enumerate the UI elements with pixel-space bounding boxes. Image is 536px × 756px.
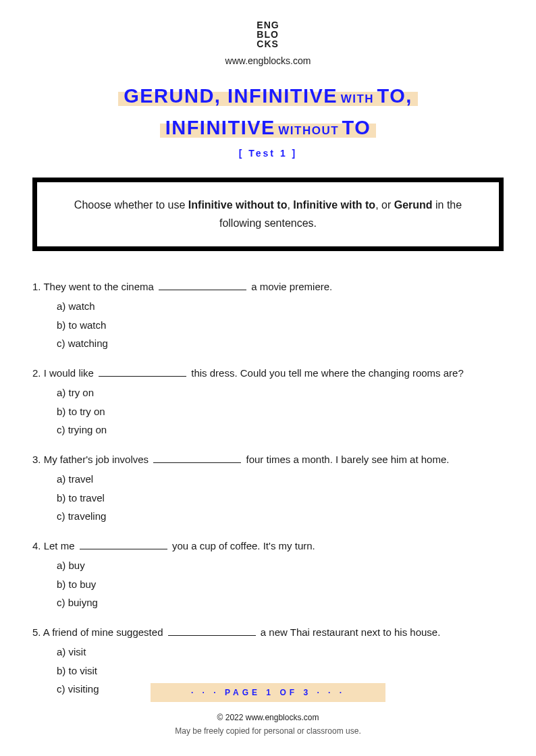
title-line-1: GERUND, INFINITIVE WITH TO, [118,82,418,110]
question-before: A friend of mine suggested [43,626,166,638]
question-after: a movie premiere. [248,281,332,292]
option-a: a) visit [57,643,504,661]
options: a) travel b) to travel c) traveling [32,470,504,525]
options: a) try on b) to try on c) trying on [32,384,504,439]
question-number: 4. [32,540,41,551]
title-line-2: INFINITIVE WITHOUT TO [160,114,377,142]
blank-line [159,280,246,290]
question-before: I would like [44,367,97,379]
question-before: My father's job involves [44,454,152,465]
title-block: GERUND, INFINITIVE WITH TO, INFINITIVE W… [32,82,504,159]
logo-line-2: BLO [257,30,279,39]
options: a) watch b) to watch c) watching [32,298,504,352]
instruction-bold-2: Infinitive with to [293,199,375,211]
option-c: c) watching [57,335,504,352]
question-1: 1. They went to the cinema a movie premi… [32,278,504,352]
title-small-2: WITHOUT [278,124,339,137]
option-c: c) trying on [57,421,504,439]
option-b: b) to try on [57,403,504,421]
website-url: www.engblocks.com [32,55,504,66]
instruction-bold-3: Gerund [394,199,433,211]
title-big-4: TO [342,117,371,138]
question-number: 3. [32,454,41,465]
title-highlight-1: GERUND, INFINITIVE WITH TO, [118,92,418,106]
instruction-box: Choose whether to use Infinitive without… [32,178,504,250]
pager-of: OF [274,688,303,697]
option-b: b) to visit [57,662,504,680]
header: ENG BLO CKS www.engblocks.com [32,20,504,66]
instruction-pre: Choose whether to use [74,199,188,211]
license: May be freely copied for personal or cla… [0,726,536,736]
blank-line [168,626,256,636]
title-comma: , [406,85,412,107]
question-after: four times a month. I barely see him at … [243,454,449,465]
footer: · · · PAGE 1 OF 3 · · · © 2022 www.engbl… [0,683,536,736]
questions-list: 1. They went to the cinema a movie premi… [32,278,504,698]
option-b: b) to watch [57,317,504,334]
option-b: b) to travel [57,489,504,507]
question-2: 2. I would like this dress. Could you te… [32,364,504,439]
question-number: 5. [32,626,41,638]
subtitle: [ Test 1 ] [32,148,504,159]
question-text: 1. They went to the cinema a movie premi… [32,278,504,296]
pager-dots-left: · · · [191,688,225,697]
option-a: a) travel [57,470,504,488]
logo-line-1: ENG [257,20,279,30]
title-highlight-2: INFINITIVE WITHOUT TO [160,124,377,138]
logo: ENG BLO CKS [257,20,279,49]
question-text: 5. A friend of mine suggested a new Thai… [32,624,504,641]
question-text: 3. My father's job involves four times a… [32,451,504,468]
pager-total: 3 [303,688,311,697]
option-a: a) watch [57,298,504,315]
pager-dots-right: · · · [311,688,345,697]
question-before: They went to the cinema [43,281,157,292]
question-after: a new Thai restaurant next to his house. [258,626,441,638]
pager-current: 1 [266,688,274,697]
blank-line [80,539,167,549]
pager: · · · PAGE 1 OF 3 · · · [151,683,385,702]
question-number: 1. [32,281,41,292]
title-big-2: TO [377,85,406,107]
title-small-1: WITH [341,92,374,105]
logo-line-3: CKS [257,39,279,49]
option-a: a) buy [57,557,504,574]
option-b: b) to buy [57,576,504,593]
title-big-3: INFINITIVE [165,117,275,138]
question-number: 2. [32,367,41,379]
question-3: 3. My father's job involves four times a… [32,451,504,525]
question-text: 4. Let me you a cup of coffee. It's my t… [32,537,504,555]
question-text: 2. I would like this dress. Could you te… [32,364,504,382]
option-c: c) traveling [57,508,504,525]
instruction-bold-1: Infinitive without to [188,199,288,211]
title-big-1: GERUND, INFINITIVE [124,85,338,107]
copyright: © 2022 www.engblocks.com [0,713,536,722]
question-after: this dress. Could you tell me where the … [188,367,464,379]
options: a) buy b) to buy c) buiyng [32,557,504,612]
blank-line [153,453,241,463]
question-before: Let me [44,540,78,551]
question-4: 4. Let me you a cup of coffee. It's my t… [32,537,504,612]
pager-label: PAGE [225,688,266,697]
option-a: a) try on [57,384,504,402]
instruction-mid-2: , or [375,199,394,211]
option-c: c) buiyng [57,594,504,612]
blank-line [99,367,186,377]
question-after: you a cup of coffee. It's my turn. [169,540,315,551]
